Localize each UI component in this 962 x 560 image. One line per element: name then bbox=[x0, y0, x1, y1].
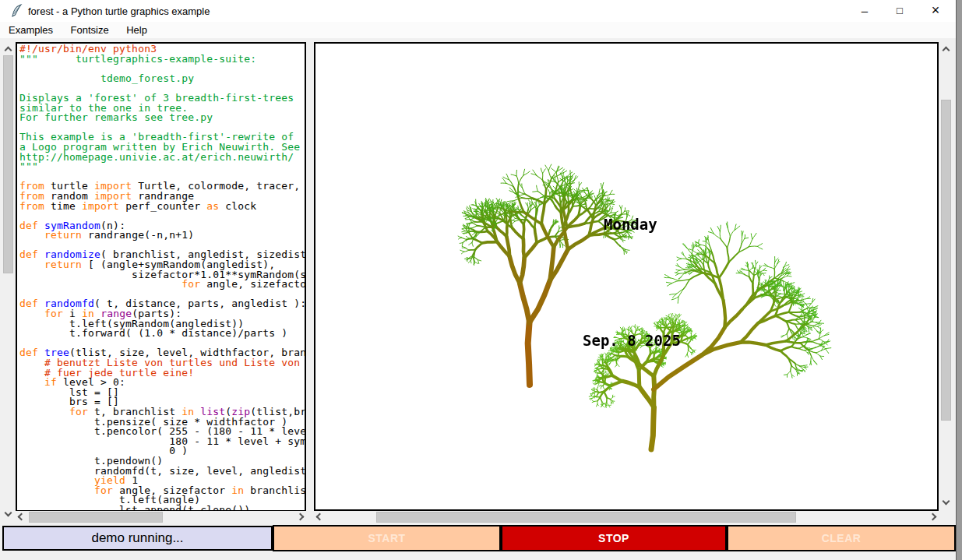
menu-examples[interactable]: Examples bbox=[2, 22, 60, 38]
code-vertical-scrollbar[interactable] bbox=[2, 43, 14, 519]
menu-fontsize[interactable]: Fontsize bbox=[64, 22, 116, 38]
code-line: For further remarks see tree.py bbox=[19, 113, 306, 123]
code-line: return randrange(-n,n+1) bbox=[19, 231, 306, 241]
close-button[interactable]: × bbox=[921, 0, 950, 21]
menubar: Examples Fontsize Help bbox=[0, 22, 956, 38]
tk-feather-icon bbox=[10, 4, 23, 18]
code-line: tdemo_forest.py bbox=[19, 74, 306, 84]
window-title: forest - a Python turtle graphics exampl… bbox=[28, 5, 210, 17]
canvas-date-label: Sep. 8 2025 bbox=[583, 332, 681, 349]
code-line: """ turtlegraphics-example-suite: bbox=[19, 55, 306, 65]
scroll-right-icon[interactable] bbox=[294, 511, 306, 523]
code-line: from time import perf_counter as clock bbox=[19, 202, 306, 212]
canvas-day-label: Monday bbox=[604, 216, 657, 233]
turtle-canvas[interactable] bbox=[315, 44, 937, 509]
canvas-vscroll-thumb[interactable] bbox=[941, 100, 951, 421]
menu-help[interactable]: Help bbox=[119, 22, 154, 38]
code-line: http://homepage.univie.ac.at/erich.neuwi… bbox=[19, 153, 306, 163]
scroll-left-icon[interactable] bbox=[16, 511, 27, 523]
code-hscroll-thumb[interactable] bbox=[29, 512, 163, 523]
titlebar: forest - a Python turtle graphics exampl… bbox=[0, 0, 956, 22]
canvas-hscroll-thumb[interactable] bbox=[376, 512, 796, 523]
code-line: t.forward( (1.0 * distance)/parts ) bbox=[19, 329, 306, 339]
maximize-button[interactable]: □ bbox=[885, 0, 914, 21]
canvas-vertical-scrollbar[interactable] bbox=[940, 43, 952, 508]
scroll-left-icon[interactable] bbox=[314, 511, 326, 523]
start-button[interactable]: START bbox=[273, 525, 501, 551]
app-window: forest - a Python turtle graphics exampl… bbox=[0, 0, 957, 560]
code-editor[interactable]: #!/usr/bin/env python3""" turtlegraphics… bbox=[16, 42, 306, 512]
minimize-button[interactable]: – bbox=[850, 0, 879, 21]
code-horizontal-scrollbar[interactable] bbox=[16, 511, 306, 523]
code-line: """ bbox=[19, 162, 306, 172]
scroll-down-icon[interactable] bbox=[940, 496, 952, 508]
clear-button[interactable]: CLEAR bbox=[727, 525, 956, 551]
code-vscroll-thumb[interactable] bbox=[3, 55, 13, 273]
scroll-up-icon[interactable] bbox=[940, 43, 952, 55]
canvas-horizontal-scrollbar[interactable] bbox=[314, 511, 939, 523]
status-label: demo running... bbox=[2, 526, 273, 551]
code-line: for angle, sizefactor in branchlist ] bbox=[19, 280, 306, 290]
scroll-right-icon[interactable] bbox=[927, 511, 939, 523]
stop-button[interactable]: STOP bbox=[501, 525, 727, 551]
scroll-up-icon[interactable] bbox=[2, 43, 14, 55]
turtle-canvas-pane[interactable]: Monday Sep. 8 2025 bbox=[314, 42, 939, 511]
scroll-down-icon[interactable] bbox=[2, 508, 14, 519]
code-text: #!/usr/bin/env python3""" turtlegraphics… bbox=[19, 44, 306, 512]
